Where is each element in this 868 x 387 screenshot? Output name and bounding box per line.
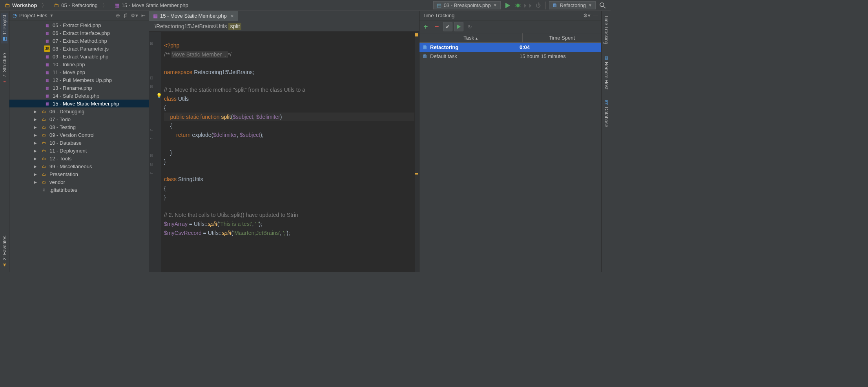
time-row[interactable]: 🗎Refactoring0:04 [419, 43, 601, 52]
fold-expand-icon[interactable]: ⊞ [150, 41, 153, 45]
col-time[interactable]: Time Spent [523, 33, 601, 42]
expand-icon[interactable]: ▶ [34, 133, 38, 137]
expand-icon[interactable]: ▶ [34, 149, 38, 153]
project-tree[interactable]: ▦05 - Extract Field.php▦06 - Extract Int… [9, 20, 149, 272]
inspection-status-icon[interactable] [415, 33, 418, 36]
time-row[interactable]: 🗎Default task15 hours 15 minutes [419, 52, 601, 61]
run-configuration-selector[interactable]: ▤ 03 - Breakpoints.php ▼ [433, 1, 501, 9]
tree-folder[interactable]: ▶🗀09 - Version Control [9, 131, 149, 139]
project-view-label: Project Files [19, 13, 47, 18]
warning-marker[interactable] [415, 173, 418, 174]
expand-icon[interactable]: ▶ [34, 172, 38, 176]
time-tracking-tool-tab[interactable]: Time Tracking [603, 13, 610, 46]
project-view-selector[interactable]: Project Files ▼ [19, 13, 113, 18]
fold-collapse-icon[interactable]: ⊟ [150, 76, 153, 80]
breadcrumb-root[interactable]: 🗀 Workshop 〉 [2, 1, 50, 10]
breadcrumb-folder[interactable]: 🗀 05 - Refactoring 〉 [51, 1, 111, 10]
tree-file[interactable]: JS08 - Extract Parameter.js [9, 45, 149, 53]
favorites-tool-tab[interactable]: ★ 2: Favorites [1, 234, 8, 269]
tree-folder[interactable]: ▶🗀06 - Debugging [9, 107, 149, 115]
database-tool-tab[interactable]: 🗄 Database [603, 99, 610, 129]
debug-button[interactable] [515, 2, 521, 9]
fold-end-icon[interactable]: ⌙ [150, 136, 153, 140]
time-tracking-tab-label: Time Tracking [604, 15, 609, 44]
breadcrumb-file[interactable]: ▦ 15 - Move Static Member.php [111, 2, 191, 9]
code-area[interactable]: <?php /** Move Static Member ...*/ names… [162, 32, 414, 272]
gutter[interactable]: ⊞ ⊟ ⊟ 💡 ⌙ ⌙ ⊟ ⊟ ⌙ [149, 32, 162, 272]
fold-collapse-icon[interactable]: ⊟ [150, 153, 153, 158]
tree-file[interactable]: ▦11 - Move.php [9, 68, 149, 76]
tree-folder[interactable]: ▶🗀11 - Deployment [9, 147, 149, 154]
tree-file[interactable]: ▦14 - Safe Delete.php [9, 92, 149, 100]
run-button[interactable] [505, 2, 511, 9]
settings-button[interactable]: ⚙▾ [583, 13, 591, 18]
expand-icon[interactable]: ▶ [34, 109, 38, 114]
expand-icon[interactable]: ▶ [34, 125, 38, 129]
hide-button[interactable]: ⇤ [141, 13, 146, 18]
time-tracking-toolbar: + − ✔ ↻ [419, 20, 601, 33]
warning-marker[interactable] [415, 174, 418, 175]
tree-folder[interactable]: ▶🗀07 - Todo [9, 115, 149, 123]
tree-file[interactable]: ▦05 - Extract Field.php [9, 21, 149, 29]
remote-host-tab-label: Remote Host [604, 62, 609, 89]
tree-file[interactable]: ▦10 - Inline.php [9, 60, 149, 68]
folder-icon: 🗀 [54, 2, 59, 8]
tree-file[interactable]: ▦15 - Move Static Member.php [9, 100, 149, 107]
editor-tab[interactable]: ▦ 15 - Move Static Member.php × [149, 11, 238, 21]
tree-folder[interactable]: ▶🗀10 - Database [9, 139, 149, 147]
task-icon: 🗎 [553, 2, 558, 8]
task-selector[interactable]: 🗎 Refactoring ▼ [549, 1, 596, 9]
expand-icon[interactable]: ▶ [34, 117, 38, 122]
run-with-coverage-button[interactable]: ⏵⏵ [525, 2, 531, 9]
php-file-icon: ▦ [44, 22, 50, 28]
hide-button[interactable]: — [593, 13, 598, 18]
fold-end-icon[interactable]: ⌙ [150, 171, 153, 175]
settings-button[interactable]: ⚙▾ [131, 13, 138, 18]
expand-icon[interactable]: ▶ [34, 164, 38, 169]
intention-bulb-icon[interactable]: 💡 [156, 93, 162, 98]
editor-breadcrumb[interactable]: \Refactoring15\JetBrains\Utils split [149, 21, 419, 32]
remove-button[interactable]: − [432, 22, 441, 31]
tree-folder[interactable]: ▶🗀Presentation [9, 170, 149, 178]
tree-folder[interactable]: ▶🗀vendor [9, 178, 149, 186]
tree-folder[interactable]: ▶🗀99 - Miscellaneous [9, 162, 149, 170]
locate-button[interactable]: ⊕ [116, 13, 120, 18]
collapse-all-button[interactable]: ⇵ [123, 13, 128, 18]
fold-end-icon[interactable]: ⌙ [150, 127, 153, 132]
project-tab-label: 1: Project [2, 15, 7, 35]
tree-file[interactable]: ▦07 - Extract Method.php [9, 37, 149, 45]
expand-icon[interactable]: ▶ [34, 156, 38, 161]
tree-folder[interactable]: ▶🗀08 - Testing [9, 123, 149, 131]
search-everywhere-button[interactable] [596, 2, 609, 9]
left-tool-stripe: ◨ 1: Project ⚭ 7: Structure ★ 2: Favorit… [0, 11, 9, 272]
folder-icon: 🗀 [41, 132, 47, 138]
tree-file[interactable]: 🗎.gitattributes [9, 186, 149, 194]
tree-folder-label: Presentation [49, 171, 78, 177]
add-button[interactable]: + [421, 22, 430, 31]
folder-icon: 🗀 [41, 116, 47, 122]
breadcrumb-namespace[interactable]: \Refactoring15\JetBrains\Utils [153, 23, 228, 30]
tree-file[interactable]: ▦06 - Extract Interface.php [9, 29, 149, 37]
close-tab-button[interactable]: × [231, 13, 234, 19]
project-tool-tab[interactable]: ◨ 1: Project [1, 13, 8, 44]
tree-file[interactable]: ▦12 - Pull Members Up.php [9, 76, 149, 84]
tree-folder[interactable]: ▶🗀12 - Tools [9, 154, 149, 162]
expand-icon[interactable]: ▶ [34, 141, 38, 145]
tree-file[interactable]: ▦13 - Rename.php [9, 84, 149, 92]
fold-collapse-icon[interactable]: ⊟ [150, 84, 153, 89]
apply-button[interactable]: ✔ [443, 22, 452, 31]
tree-folder-label: 12 - Tools [49, 156, 71, 162]
col-task[interactable]: Task▲ [419, 33, 523, 42]
task-name: Default task [430, 53, 457, 59]
refresh-button[interactable]: ↻ [465, 22, 474, 31]
remote-host-tool-tab[interactable]: 🖥 Remote Host [603, 54, 610, 91]
stop-button[interactable]: ⏻ [535, 2, 542, 9]
start-timer-button[interactable] [454, 22, 463, 31]
fold-collapse-icon[interactable]: ⊟ [150, 162, 153, 166]
structure-tool-tab[interactable]: ⚭ 7: Structure [1, 51, 8, 86]
breadcrumb-function[interactable]: split [228, 23, 241, 30]
tree-file[interactable]: ▦09 - Extract Variable.php [9, 53, 149, 60]
tree-folder-label: 10 - Database [49, 140, 82, 146]
expand-icon[interactable]: ▶ [34, 180, 38, 184]
marker-bar[interactable] [414, 32, 419, 272]
